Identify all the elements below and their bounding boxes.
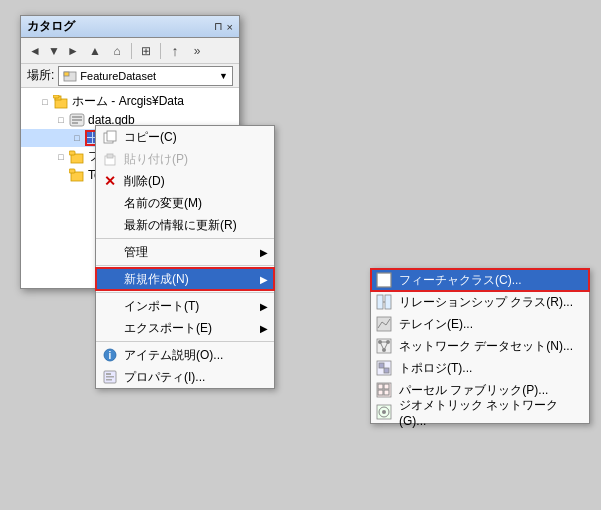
toolbar-separator2 bbox=[160, 43, 161, 59]
svg-rect-4 bbox=[53, 95, 59, 98]
location-combo[interactable]: FeatureDataset ▼ bbox=[58, 66, 233, 86]
ctx-copy-label: コピー(C) bbox=[124, 129, 177, 146]
location-dropdown-arrow[interactable]: ▼ bbox=[219, 71, 228, 81]
toolbar-separator bbox=[131, 43, 132, 59]
svg-rect-9 bbox=[87, 132, 92, 137]
forward-button[interactable]: ► bbox=[63, 41, 83, 61]
ctx-itemdesc[interactable]: i アイテム説明(O)... bbox=[96, 344, 274, 366]
export-arrow: ▶ bbox=[260, 323, 268, 334]
sub-ctx-topology[interactable]: トポロジ(T)... bbox=[371, 357, 589, 379]
expand-gdb[interactable]: □ bbox=[53, 115, 69, 125]
svg-rect-7 bbox=[72, 119, 82, 121]
paste-icon bbox=[102, 151, 118, 167]
back-dropdown-button[interactable]: ▼ bbox=[47, 41, 61, 61]
svg-rect-25 bbox=[106, 376, 114, 378]
svg-rect-14 bbox=[69, 151, 75, 155]
svg-rect-16 bbox=[69, 169, 75, 173]
ctx-manage-label: 管理 bbox=[124, 244, 148, 261]
copy-icon bbox=[102, 129, 118, 145]
svg-rect-26 bbox=[106, 379, 112, 381]
svg-rect-6 bbox=[72, 116, 82, 118]
prop-icon bbox=[102, 369, 118, 385]
svg-rect-30 bbox=[385, 295, 391, 309]
sub-context-menu: フィーチャクラス(C)... リレーションシップ クラス(R)... テレ bbox=[370, 268, 590, 424]
ctx-new[interactable]: 新規作成(N) ▶ bbox=[96, 268, 274, 290]
network-icon bbox=[375, 337, 393, 355]
ctx-delete[interactable]: ✕ 削除(D) bbox=[96, 170, 274, 192]
ctx-prop-label: プロパティ(I)... bbox=[124, 369, 205, 386]
topology-icon bbox=[375, 359, 393, 377]
sub-ctx-rel-label: リレーションシップ クラス(R)... bbox=[399, 294, 573, 311]
ctx-sep4 bbox=[96, 341, 274, 342]
location-label: 場所: bbox=[27, 67, 54, 84]
new-arrow: ▶ bbox=[260, 274, 268, 285]
sub-ctx-terrain-label: テレイン(E)... bbox=[399, 316, 473, 333]
manage-arrow: ▶ bbox=[260, 247, 268, 258]
expand-fa[interactable]: □ bbox=[53, 152, 69, 162]
home-label: ホーム - Arcgis¥Data bbox=[72, 93, 184, 110]
import-arrow: ▶ bbox=[260, 301, 268, 312]
tod-folder-icon bbox=[69, 167, 85, 183]
svg-text:i: i bbox=[109, 350, 112, 361]
svg-point-50 bbox=[382, 410, 386, 414]
itemdesc-icon: i bbox=[102, 347, 118, 363]
title-bar: カタログ ⊓ × bbox=[21, 16, 239, 38]
ctx-manage[interactable]: 管理 ▶ bbox=[96, 241, 274, 263]
svg-rect-41 bbox=[379, 363, 384, 368]
location-value: FeatureDataset bbox=[80, 70, 156, 82]
terrain-icon bbox=[375, 315, 393, 333]
svg-rect-24 bbox=[106, 373, 111, 375]
close-button[interactable]: × bbox=[227, 21, 233, 33]
svg-rect-27 bbox=[377, 273, 391, 287]
tree-item-home[interactable]: □ ホーム - Arcgis¥Data bbox=[21, 92, 239, 111]
up-button[interactable]: ▲ bbox=[85, 41, 105, 61]
pin-button[interactable]: ⊓ bbox=[214, 20, 223, 33]
ctx-paste-label: 貼り付け(P) bbox=[124, 151, 188, 168]
parcel-icon bbox=[375, 381, 393, 399]
ctx-itemdesc-label: アイテム説明(O)... bbox=[124, 347, 223, 364]
ctx-copy[interactable]: コピー(C) bbox=[96, 126, 274, 148]
back-button[interactable]: ◄ bbox=[25, 41, 45, 61]
geometric-icon bbox=[375, 403, 393, 421]
ctx-sep1 bbox=[96, 238, 274, 239]
svg-rect-42 bbox=[384, 368, 389, 373]
context-menu: コピー(C) 貼り付け(P) ✕ 削除(D) 名前の変更(M) 最新の情報に更新… bbox=[95, 125, 275, 389]
ctx-prop[interactable]: プロパティ(I)... bbox=[96, 366, 274, 388]
title-controls: ⊓ × bbox=[214, 20, 233, 33]
more-button[interactable]: » bbox=[187, 41, 207, 61]
svg-rect-8 bbox=[72, 122, 78, 124]
home-button[interactable]: ⌂ bbox=[107, 41, 127, 61]
ctx-sep2 bbox=[96, 265, 274, 266]
fa-folder-icon bbox=[69, 149, 85, 165]
sub-ctx-network[interactable]: ネットワーク データセット(N)... bbox=[371, 335, 589, 357]
sub-ctx-geometric[interactable]: ジオメトリック ネットワーク(G)... bbox=[371, 401, 589, 423]
ctx-export[interactable]: エクスポート(E) ▶ bbox=[96, 317, 274, 339]
location-combo-icon bbox=[63, 69, 77, 83]
rel-icon bbox=[375, 293, 393, 311]
ctx-new-label: 新規作成(N) bbox=[124, 271, 189, 288]
svg-rect-1 bbox=[64, 72, 69, 76]
ctx-refresh[interactable]: 最新の情報に更新(R) bbox=[96, 214, 274, 236]
ctx-refresh-label: 最新の情報に更新(R) bbox=[124, 217, 237, 234]
sub-ctx-fc-label: フィーチャクラス(C)... bbox=[399, 272, 522, 289]
ctx-import[interactable]: インポート(T) ▶ bbox=[96, 295, 274, 317]
sub-ctx-topology-label: トポロジ(T)... bbox=[399, 360, 472, 377]
expand-fd[interactable]: □ bbox=[69, 133, 85, 143]
svg-rect-29 bbox=[377, 295, 383, 309]
home-folder-icon bbox=[53, 94, 69, 110]
export-button[interactable]: ↑ bbox=[165, 41, 185, 61]
expand-home[interactable]: □ bbox=[37, 97, 53, 107]
ctx-paste[interactable]: 貼り付け(P) bbox=[96, 148, 274, 170]
fc-icon bbox=[375, 271, 393, 289]
ctx-export-label: エクスポート(E) bbox=[124, 320, 212, 337]
toolbar: ◄ ▼ ► ▲ ⌂ ⊞ ↑ » bbox=[21, 38, 239, 64]
sub-ctx-terrain[interactable]: テレイン(E)... bbox=[371, 313, 589, 335]
svg-rect-11 bbox=[87, 138, 92, 143]
ctx-rename[interactable]: 名前の変更(M) bbox=[96, 192, 274, 214]
delete-icon: ✕ bbox=[102, 173, 118, 189]
sub-ctx-rel[interactable]: リレーションシップ クラス(R)... bbox=[371, 291, 589, 313]
grid-button[interactable]: ⊞ bbox=[136, 41, 156, 61]
ctx-rename-label: 名前の変更(M) bbox=[124, 195, 202, 212]
location-bar: 場所: FeatureDataset ▼ bbox=[21, 64, 239, 88]
sub-ctx-fc[interactable]: フィーチャクラス(C)... bbox=[371, 269, 589, 291]
